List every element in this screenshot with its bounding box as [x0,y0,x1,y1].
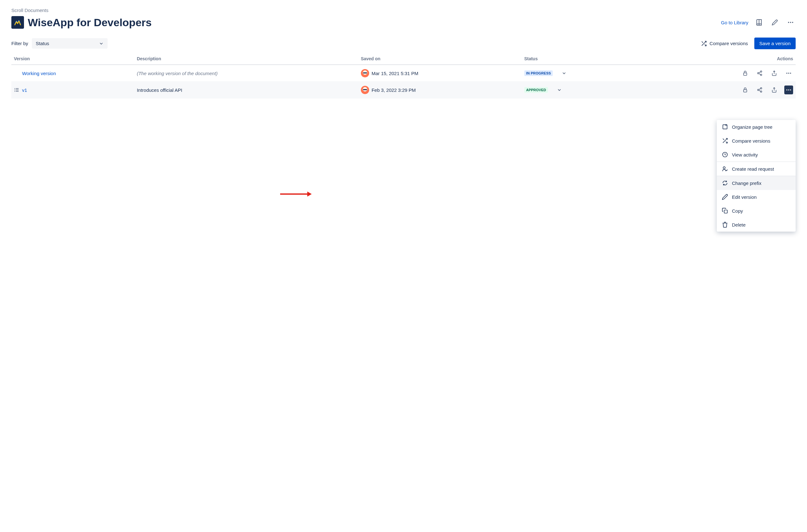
col-actions: Actions [646,53,796,65]
filter-by-label: Filter by [11,41,28,46]
avatar [361,86,369,94]
lock-icon[interactable] [741,86,750,94]
col-saved-on: Saved on [359,53,522,65]
svg-point-39 [790,89,791,90]
edit-icon[interactable] [770,17,780,27]
svg-point-8 [364,73,364,74]
svg-point-38 [788,89,789,90]
book-icon[interactable] [754,17,764,27]
svg-point-11 [760,71,762,73]
svg-point-37 [787,89,787,90]
status-select[interactable]: Status [32,38,108,49]
compare-versions-label: Compare versions [710,41,748,46]
saved-on-value: Feb 3, 2022 3:29 PM [372,88,416,93]
chevron-down-icon[interactable] [557,88,562,92]
table-row: v1 Introduces official API Feb 3, 2022 3… [11,82,796,98]
avatar [361,69,369,77]
shuffle-icon [701,40,707,47]
export-icon[interactable] [770,69,779,78]
version-description: Introduces official API [137,88,182,93]
app-logo-icon [11,16,24,29]
status-select-value: Status [36,41,49,46]
svg-point-32 [757,89,759,91]
status-badge: APPROVED [524,87,548,93]
svg-rect-10 [744,73,747,75]
col-description: Description [134,53,359,65]
saved-on-value: Mar 15, 2021 5:31 PM [372,71,418,76]
version-description: (The working version of the document) [137,71,218,76]
versions-table: Version Description Saved on Status Acti… [11,53,796,98]
col-status: Status [522,53,646,65]
breadcrumb[interactable]: Scroll Documents [11,7,796,13]
version-link[interactable]: Working version [22,71,56,76]
share-icon[interactable] [755,69,764,78]
export-icon[interactable] [770,86,779,94]
page-tree-icon[interactable] [14,87,20,93]
svg-point-19 [790,73,791,74]
toolbar: Filter by Status Compare versions Save a… [11,38,796,49]
svg-point-28 [364,90,364,90]
svg-point-1 [790,22,791,23]
svg-line-35 [759,89,760,90]
svg-line-5 [702,41,703,43]
share-icon[interactable] [755,86,764,94]
svg-point-12 [757,73,759,74]
svg-point-2 [792,22,793,23]
go-to-library-link[interactable]: Go to Library [721,20,748,25]
svg-point-33 [760,91,762,92]
svg-point-0 [788,22,789,23]
svg-point-29 [366,90,366,90]
more-icon[interactable] [786,17,796,27]
svg-point-17 [787,73,787,74]
version-link[interactable]: v1 [22,88,27,93]
svg-line-15 [759,72,760,73]
svg-point-18 [788,73,789,74]
status-badge: IN PROGRESS [524,70,553,76]
table-row: Working version (The working version of … [11,65,796,82]
svg-point-31 [760,88,762,89]
svg-line-34 [759,90,760,91]
svg-rect-30 [744,90,747,92]
svg-point-13 [760,74,762,76]
svg-point-9 [366,73,366,74]
page-header: WiseApp for Developers Go to Library [11,16,796,29]
save-version-button[interactable]: Save a version [754,38,796,49]
chevron-down-icon [99,41,104,46]
compare-versions-button[interactable]: Compare versions [701,40,748,47]
more-icon[interactable] [784,69,793,78]
col-version: Version [11,53,134,65]
more-icon[interactable] [784,86,793,94]
chevron-down-icon[interactable] [561,71,566,76]
page-title: WiseApp for Developers [28,16,152,29]
svg-line-14 [759,74,760,74]
lock-icon[interactable] [741,69,750,78]
